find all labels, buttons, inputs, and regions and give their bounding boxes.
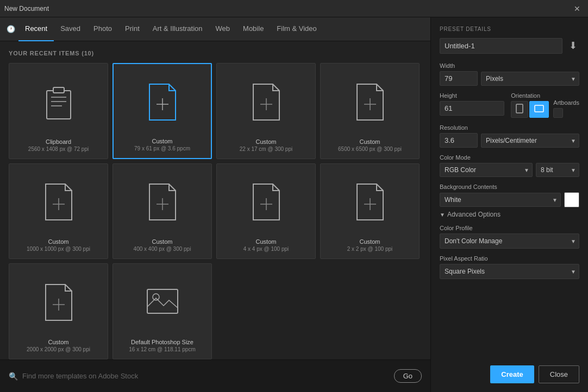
window-close-button[interactable]: ✕ [571,3,584,15]
clipboard-icon [42,70,75,134]
svg-rect-1 [53,87,64,93]
orientation-col: Orientation [511,92,549,118]
item-custom3[interactable]: Custom 6500 x 6500 px @ 300 ppi [320,63,420,159]
close-button[interactable]: Close [539,365,579,383]
search-icon: 🔍 [9,372,18,381]
resolution-label: Resolution [440,124,579,131]
advanced-options-toggle[interactable]: ▼ Advanced Options [440,211,579,218]
tab-print[interactable]: Print [118,17,146,41]
content-area: YOUR RECENT ITEMS (10) Clipboard [0,41,430,359]
portrait-button[interactable] [511,101,528,118]
left-panel: 🕐 Recent Saved Photo Print Art & Illustr… [0,17,430,392]
bg-contents-row: White Black Background Color Transparent… [440,192,579,207]
item-custom2[interactable]: Custom 22 x 17 cm @ 300 ppi [216,63,316,159]
preset-name-row: ⬇ [440,37,579,54]
custom7-doc-icon [353,170,387,235]
orientation-btn-group [511,101,549,118]
color-depth-select-wrap: 8 bit 16 bit 32 bit ▼ [536,163,579,177]
advanced-chevron-icon: ▼ [440,212,445,218]
photoshop-photo-icon [145,270,180,334]
custom1-doc-icon [145,71,180,134]
preset-name-input[interactable] [440,38,562,54]
color-mode-select[interactable]: RGB Color CMYK Color Lab Color Grayscale… [440,163,533,177]
tab-bar: 🕐 Recent Saved Photo Print Art & Illustr… [0,17,430,41]
resolution-unit-select-wrap: Pixels/Centimeter Pixels/Inch ▼ [481,134,579,148]
item-photoshop-desc: 16 x 12 cm @ 118.11 ppcm [129,346,195,352]
items-grid: Clipboard 2560 x 1408 px @ 72 ppi Custom [9,63,422,359]
custom5-doc-icon [145,170,180,235]
tab-saved[interactable]: Saved [54,17,87,41]
tab-photo[interactable]: Photo [87,17,118,41]
color-profile-label: Color Profile [440,225,579,231]
dialog-body: 🕐 Recent Saved Photo Print Art & Illustr… [0,17,588,392]
width-row: Pixels Inches Centimeters Millimeters ▼ [440,71,579,86]
artboards-label: Artboards [553,99,579,106]
dialog-title: New Document [4,5,49,12]
svg-rect-0 [47,91,71,119]
height-label: Height [440,92,504,99]
item-clipboard-name: Clipboard [46,138,71,145]
color-profile-select-wrap: Don't Color Manage sRGB IEC61966-2.1 Ado… [440,233,579,249]
bg-contents-label: Background Contents [440,184,579,190]
custom4-doc-icon [41,170,76,235]
recent-section-title: YOUR RECENT ITEMS (10) [9,50,422,56]
bg-select-wrap: White Black Background Color Transparent… [440,193,561,207]
go-button[interactable]: Go [394,369,422,383]
item-custom1[interactable]: Custom 79 x 61 px @ 3.6 ppcm [112,63,212,159]
item-custom3-desc: 6500 x 6500 px @ 300 ppi [338,146,402,152]
width-input[interactable] [440,71,478,86]
create-button[interactable]: Create [490,365,534,383]
item-custom7-name: Custom [360,238,380,245]
height-input[interactable] [440,101,504,116]
width-unit-select-wrap: Pixels Inches Centimeters Millimeters ▼ [481,72,579,86]
item-custom5[interactable]: Custom 400 x 400 px @ 300 ppi [112,163,212,260]
right-panel: PRESET DETAILS ⬇ Width Pixels Inches Cen… [430,17,588,392]
color-profile-select[interactable]: Don't Color Manage sRGB IEC61966-2.1 Ado… [440,233,579,249]
save-preset-button[interactable]: ⬇ [567,37,579,54]
item-custom8-name: Custom [48,339,69,345]
height-orientation-row: Height Orientation [440,92,579,118]
item-custom5-name: Custom [152,238,173,245]
custom3-doc-icon [353,70,387,134]
resolution-input[interactable] [440,133,478,148]
item-custom1-name: Custom [152,138,173,144]
tab-web[interactable]: Web [209,17,237,41]
custom8-doc-icon [41,270,76,334]
color-mode-label: Color Mode [440,154,579,161]
tab-recent[interactable]: Recent [18,17,54,41]
item-custom7[interactable]: Custom 2 x 2 px @ 100 ppi [320,163,420,260]
color-depth-select[interactable]: 8 bit 16 bit 32 bit [536,163,579,177]
color-mode-select-wrap: RGB Color CMYK Color Lab Color Grayscale… [440,163,533,177]
pixel-aspect-select[interactable]: Square Pixels D1/DV NTSC (0.91) D1/DV PA… [440,264,579,279]
item-custom4[interactable]: Custom 1000 x 1000 px @ 300 ppi [9,163,108,260]
tab-mobile[interactable]: Mobile [236,17,270,41]
recent-clock-icon: 🕐 [7,25,15,33]
item-custom8[interactable]: Custom 2000 x 2000 px @ 300 ppi [9,263,108,359]
resolution-unit-select[interactable]: Pixels/Centimeter Pixels/Inch [481,134,579,148]
width-unit-select[interactable]: Pixels Inches Centimeters Millimeters [481,72,579,86]
artboards-checkbox[interactable] [553,108,563,118]
item-custom8-desc: 2000 x 2000 px @ 300 ppi [27,346,90,352]
item-clipboard[interactable]: Clipboard 2560 x 1408 px @ 72 ppi [9,63,108,159]
bg-color-swatch[interactable] [564,192,579,207]
pixel-aspect-select-wrap: Square Pixels D1/DV NTSC (0.91) D1/DV PA… [440,264,579,279]
svg-rect-21 [147,289,178,313]
preset-section-label: PRESET DETAILS [440,26,579,32]
orientation-artboards: Orientation Artboards [511,92,579,118]
tab-film[interactable]: Film & Video [270,17,323,41]
bg-contents-select[interactable]: White Black Background Color Transparent… [440,193,561,207]
item-photoshop-name: Default Photoshop Size [131,339,193,345]
item-custom5-desc: 400 x 400 px @ 300 ppi [134,246,191,252]
item-custom6[interactable]: Custom 4 x 4 px @ 100 ppi [216,163,316,260]
resolution-row: Pixels/Centimeter Pixels/Inch ▼ [440,133,579,148]
svg-point-22 [153,294,159,300]
item-custom3-name: Custom [360,138,380,145]
search-input[interactable] [22,372,390,380]
search-bar: 🔍 Go [0,359,430,392]
width-label: Width [440,62,579,69]
item-custom2-name: Custom [256,138,277,145]
height-col: Height [440,92,504,118]
tab-art[interactable]: Art & Illustration [146,17,209,41]
item-photoshop[interactable]: Default Photoshop Size 16 x 12 cm @ 118.… [112,263,212,359]
landscape-button[interactable] [529,101,549,118]
